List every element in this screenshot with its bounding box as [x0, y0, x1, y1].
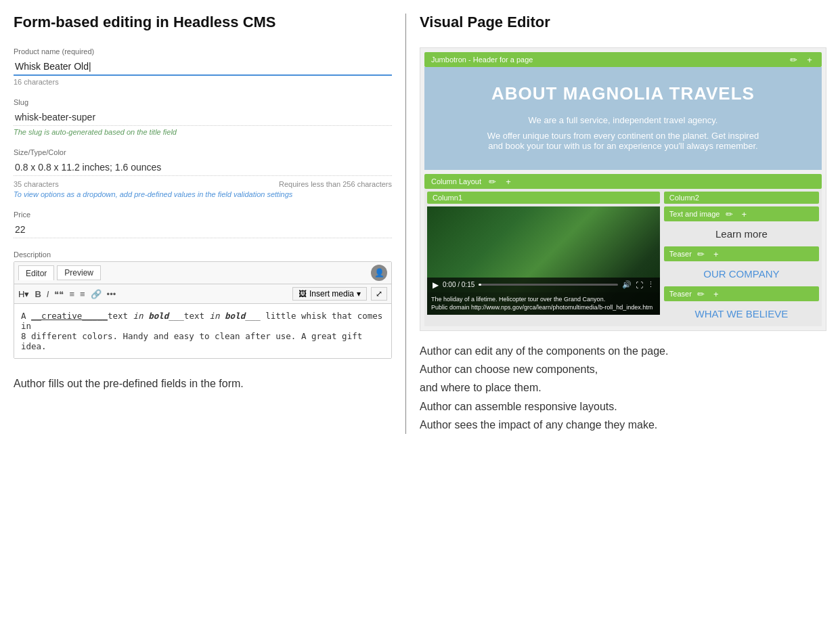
product-name-hint: 16 characters: [14, 78, 392, 86]
column-layout-bar[interactable]: Column Layout ✏ +: [424, 174, 822, 189]
size-char-limit: Requires less than 256 characters: [279, 180, 392, 188]
edit-icon[interactable]: ✏: [788, 54, 799, 65]
column1: Column1 ▶ 0:00 / 0:15: [427, 192, 660, 324]
teaser1-edit-icon[interactable]: ✏: [696, 248, 707, 259]
price-label: Price: [14, 211, 392, 219]
what-we-believe-text: WHAT WE BELIEVE: [664, 304, 819, 324]
right-panel-title: Visual Page Editor: [420, 14, 826, 31]
col1-header: Column1: [427, 192, 660, 204]
video-controls: ▶ 0:00 / 0:15 🔊 ⛶ ⋮: [427, 278, 660, 292]
add-icon[interactable]: +: [804, 54, 815, 65]
play-button[interactable]: ▶: [433, 280, 439, 290]
size-type-color-hints: 35 characters Requires less than 256 cha…: [14, 178, 392, 188]
edit-column-icon[interactable]: ✏: [487, 176, 498, 187]
list-unordered-icon[interactable]: ≡: [69, 289, 74, 299]
progress-bar[interactable]: [479, 284, 618, 286]
columns-container: Column1 ▶ 0:00 / 0:15: [424, 189, 822, 326]
more-options-icon[interactable]: ⋮: [647, 280, 655, 289]
size-char-count: 35 characters: [14, 180, 59, 188]
size-type-color-value: 0.8 x 0.8 x 11.2 inches; 1.6 ounces: [14, 159, 392, 176]
visual-editor: Jumbotron - Header for a page ✏ + ABOUT …: [420, 47, 826, 331]
video-caption-line1: The holiday of a lifetime. Helicopter to…: [431, 295, 656, 304]
our-company-text: OUR COMPANY: [664, 264, 819, 284]
jumbotron-subtitle1: We are a full service, independent trave…: [481, 115, 766, 125]
product-name-field: Product name (required) 16 characters: [14, 47, 392, 86]
slug-value: whisk-beater-super: [14, 109, 392, 126]
jumbotron-bar-label: Jumbotron - Header for a page: [431, 56, 782, 64]
bold-icon[interactable]: B: [35, 289, 41, 299]
editor-tabs-row: Editor Preview 👤: [14, 262, 391, 284]
jumbotron-content: ABOUT MAGNOLIA TRAVELS We are a full ser…: [424, 67, 822, 170]
video-caption: The holiday of a lifetime. Helicopter to…: [427, 292, 660, 315]
description-label: Description: [14, 250, 392, 259]
right-caption-5: Author sees the impact of any change the…: [420, 416, 826, 434]
editor-text: A __creative_____text in bold___text in …: [21, 311, 382, 351]
tab-editor[interactable]: Editor: [18, 265, 54, 280]
editor-content-area[interactable]: A __creative_____text in bold___text in …: [14, 304, 391, 358]
tab-preview[interactable]: Preview: [57, 265, 101, 280]
text-image-add-icon[interactable]: +: [738, 208, 749, 219]
learn-more-text: Learn more: [664, 224, 819, 244]
toolbar-right: 🖼 Insert media ▾ ⤢: [292, 287, 387, 301]
slug-field: Slug whisk-beater-super The slug is auto…: [14, 98, 392, 136]
video-overlay: ▶ 0:00 / 0:15 🔊 ⛶ ⋮ The holiday of a: [427, 206, 660, 315]
size-dropdown-hint: To view options as a dropdown, add pre-d…: [14, 190, 392, 198]
italic-icon[interactable]: I: [47, 289, 49, 299]
teaser2-label: Teaser: [669, 290, 692, 298]
jumbotron-subtitle2: We offer unique tours from every contine…: [481, 131, 766, 151]
add-column-icon[interactable]: +: [503, 176, 514, 187]
left-caption: Author fills out the pre-defined fields …: [14, 375, 392, 393]
list-ordered-icon[interactable]: ≡: [80, 289, 85, 299]
user-avatar: 👤: [371, 265, 387, 281]
progress-fill: [479, 284, 481, 286]
image-icon: 🖼: [299, 289, 307, 299]
video-caption-line2: Public domain http://www.nps.gov/grca/le…: [431, 303, 656, 312]
right-caption-4: Author can assemble responsive layouts.: [420, 397, 826, 416]
teaser2-bar[interactable]: Teaser ✏ +: [664, 286, 819, 301]
slug-hint: The slug is auto-generated based on the …: [14, 128, 392, 136]
right-caption-1: Author can edit any of the components on…: [420, 342, 826, 360]
volume-icon[interactable]: 🔊: [622, 280, 632, 289]
editor-container: Editor Preview 👤 H▾ B I ❝❝ ≡ ≡: [14, 261, 392, 359]
text-image-edit-icon[interactable]: ✏: [724, 208, 734, 219]
text-image-bar[interactable]: Text and image ✏ +: [664, 206, 819, 221]
more-icon[interactable]: •••: [107, 289, 116, 299]
slug-label: Slug: [14, 98, 392, 106]
jumbotron-title: ABOUT MAGNOLIA TRAVELS: [435, 83, 811, 104]
left-panel: Form-based editing in Headless CMS Produ…: [7, 14, 406, 434]
teaser1-bar[interactable]: Teaser ✏ +: [664, 246, 819, 261]
right-caption-2: Author can choose new components,: [420, 360, 826, 378]
quote-icon[interactable]: ❝❝: [54, 289, 64, 299]
price-value: 22: [14, 221, 392, 238]
description-field: Description Editor Preview 👤 H▾: [14, 250, 392, 359]
fullscreen-icon[interactable]: ⛶: [636, 281, 643, 289]
video-container[interactable]: ▶ 0:00 / 0:15 🔊 ⛶ ⋮ The holiday of a: [427, 206, 660, 315]
product-name-input[interactable]: [14, 58, 392, 76]
editor-tab-group: Editor Preview: [18, 265, 101, 280]
right-panel: Visual Page Editor Jumbotron - Header fo…: [406, 14, 833, 434]
right-caption-area: Author can edit any of the components on…: [420, 342, 826, 434]
column-layout-label: Column Layout: [431, 177, 481, 185]
size-type-color-field: Size/Type/Color 0.8 x 0.8 x 11.2 inches;…: [14, 148, 392, 198]
teaser1-add-icon[interactable]: +: [711, 248, 722, 259]
editor-toolbar: H▾ B I ❝❝ ≡ ≡ 🔗 ••• 🖼 Insert media ▾: [14, 284, 391, 304]
insert-media-button[interactable]: 🖼 Insert media ▾: [292, 287, 367, 301]
teaser1-label: Teaser: [669, 250, 692, 258]
chevron-down-icon: ▾: [357, 289, 361, 299]
teaser2-add-icon[interactable]: +: [711, 288, 722, 299]
video-time: 0:00 / 0:15: [443, 281, 474, 288]
link-icon[interactable]: 🔗: [91, 289, 102, 299]
jumbotron-bar[interactable]: Jumbotron - Header for a page ✏ +: [424, 52, 822, 67]
product-name-label: Product name (required): [14, 47, 392, 56]
toolbar-left: H▾ B I ❝❝ ≡ ≡ 🔗 •••: [18, 289, 116, 299]
price-field: Price 22: [14, 211, 392, 238]
teaser2-edit-icon[interactable]: ✏: [696, 288, 707, 299]
column2: Column2 Text and image ✏ + Learn more Te…: [664, 192, 819, 324]
heading-dropdown[interactable]: H▾: [18, 289, 29, 299]
left-panel-title: Form-based editing in Headless CMS: [14, 14, 392, 31]
right-caption-3: and where to place them.: [420, 378, 826, 397]
expand-button[interactable]: ⤢: [371, 287, 387, 301]
col2-header: Column2: [664, 192, 819, 204]
text-image-label: Text and image: [669, 210, 720, 218]
size-type-color-label: Size/Type/Color: [14, 148, 392, 156]
